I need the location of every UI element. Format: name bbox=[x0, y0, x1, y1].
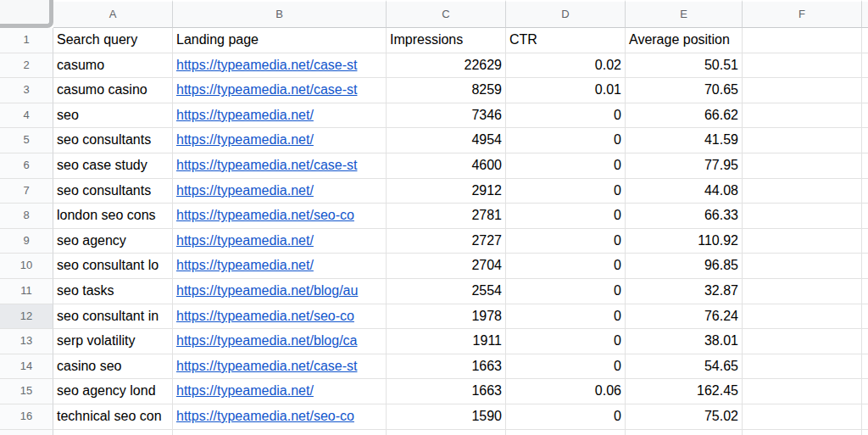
cell-F11[interactable] bbox=[743, 279, 862, 304]
cell-C8-impressions[interactable]: 2781 bbox=[387, 204, 506, 229]
cell-B4-landing-page-link[interactable]: https://typeamedia.net/ bbox=[173, 103, 387, 129]
row-header-3[interactable]: 3 bbox=[0, 78, 53, 103]
cell-D11-ctr[interactable]: 0 bbox=[506, 279, 626, 304]
row-header-11[interactable]: 11 bbox=[0, 279, 53, 304]
cell-E14-average-position[interactable]: 54.65 bbox=[626, 354, 743, 380]
cell-C12-impressions[interactable]: 1978 bbox=[387, 304, 506, 330]
cell-C5-impressions[interactable]: 4954 bbox=[387, 128, 506, 153]
cell-F1[interactable] bbox=[743, 28, 862, 53]
cell-F15[interactable] bbox=[743, 379, 862, 404]
cell-A6-search-query[interactable]: seo case study bbox=[53, 153, 173, 179]
row-header-4[interactable]: 4 bbox=[0, 103, 53, 129]
cell-B13-landing-page-link[interactable]: https://typeamedia.net/blog/ca bbox=[173, 329, 387, 354]
cell-C9-impressions[interactable]: 2727 bbox=[387, 229, 506, 254]
cell-C15-impressions[interactable]: 1663 bbox=[387, 379, 506, 404]
cell-E7-average-position[interactable]: 44.08 bbox=[626, 179, 743, 204]
cell-C7-impressions[interactable]: 2912 bbox=[387, 179, 506, 204]
cell-F5[interactable] bbox=[743, 128, 862, 153]
cell-A8-search-query[interactable]: london seo cons bbox=[53, 204, 173, 229]
cell-F4[interactable] bbox=[743, 103, 862, 129]
column-header-c[interactable]: C bbox=[387, 0, 506, 28]
cell-F13[interactable] bbox=[743, 329, 862, 354]
cell-C14-impressions[interactable]: 1663 bbox=[387, 354, 506, 380]
cell-C13-impressions[interactable]: 1911 bbox=[387, 329, 506, 354]
cell-E4-average-position[interactable]: 66.62 bbox=[626, 103, 743, 129]
cell-D4-ctr[interactable]: 0 bbox=[506, 103, 626, 129]
cell-A5-search-query[interactable]: seo consultants bbox=[53, 128, 173, 153]
cell-B5-landing-page-link[interactable]: https://typeamedia.net/ bbox=[173, 128, 387, 153]
cell-B2-landing-page-link[interactable]: https://typeamedia.net/case-st bbox=[173, 53, 387, 79]
cell-C4-impressions[interactable]: 7346 bbox=[387, 103, 506, 129]
cell-F6[interactable] bbox=[743, 153, 862, 179]
cell-F16[interactable] bbox=[743, 404, 862, 430]
cell-F2[interactable] bbox=[743, 53, 862, 79]
row-header-8[interactable]: 8 bbox=[0, 204, 53, 229]
cell-A13-search-query[interactable]: serp volatility bbox=[53, 329, 173, 354]
column-header-a[interactable]: A bbox=[53, 0, 173, 28]
cell-E13-average-position[interactable]: 38.01 bbox=[626, 329, 743, 354]
cell-E16-average-position[interactable]: 75.02 bbox=[626, 404, 743, 430]
cell-D7-ctr[interactable]: 0 bbox=[506, 179, 626, 204]
cell-B14-landing-page-link[interactable]: https://typeamedia.net/case-st bbox=[173, 354, 387, 380]
cell-E11-average-position[interactable]: 32.87 bbox=[626, 279, 743, 304]
cell-C6-impressions[interactable]: 4600 bbox=[387, 153, 506, 179]
cell-E9-average-position[interactable]: 110.92 bbox=[626, 229, 743, 254]
cell-B8-landing-page-link[interactable]: https://typeamedia.net/seo-co bbox=[173, 204, 387, 229]
row-header-6[interactable]: 6 bbox=[0, 153, 53, 179]
cell-F14[interactable] bbox=[743, 354, 862, 380]
row-header-7[interactable]: 7 bbox=[0, 179, 53, 204]
cell-A1[interactable]: Search query bbox=[53, 28, 173, 53]
cell-D3-ctr[interactable]: 0.01 bbox=[506, 78, 626, 103]
row-header-15[interactable]: 15 bbox=[0, 379, 53, 404]
cell-E15-average-position[interactable]: 162.45 bbox=[626, 379, 743, 404]
row-header-1[interactable]: 1 bbox=[0, 28, 53, 53]
cell-A4-search-query[interactable]: seo bbox=[53, 103, 173, 129]
cell-D12-ctr[interactable]: 0 bbox=[506, 304, 626, 330]
cell-A10-search-query[interactable]: seo consultant lo bbox=[53, 254, 173, 279]
column-header-f[interactable]: F bbox=[743, 0, 862, 28]
column-header-b[interactable]: B bbox=[173, 0, 387, 28]
column-header-e[interactable]: E bbox=[626, 0, 743, 28]
cell-B12-landing-page-link[interactable]: https://typeamedia.net/seo-co bbox=[173, 304, 387, 330]
cell-B3-landing-page-link[interactable]: https://typeamedia.net/case-st bbox=[173, 78, 387, 103]
cell-B9-landing-page-link[interactable]: https://typeamedia.net/ bbox=[173, 229, 387, 254]
cell-D10-ctr[interactable]: 0 bbox=[506, 254, 626, 279]
cell-D15-ctr[interactable]: 0.06 bbox=[506, 379, 626, 404]
cell-A15-search-query[interactable]: seo agency lond bbox=[53, 379, 173, 404]
cell-D14-ctr[interactable]: 0 bbox=[506, 354, 626, 380]
cell-D6-ctr[interactable]: 0 bbox=[506, 153, 626, 179]
row-header-12[interactable]: 12 bbox=[0, 304, 53, 330]
cell-E10-average-position[interactable]: 96.85 bbox=[626, 254, 743, 279]
cell-E2-average-position[interactable]: 50.51 bbox=[626, 53, 743, 79]
cell-C1[interactable]: Impressions bbox=[387, 28, 506, 53]
cell-D2-ctr[interactable]: 0.02 bbox=[506, 53, 626, 79]
cell-B15-landing-page-link[interactable]: https://typeamedia.net/ bbox=[173, 379, 387, 404]
row-header-13[interactable]: 13 bbox=[0, 329, 53, 354]
cell-C2-impressions[interactable]: 22629 bbox=[387, 53, 506, 79]
cell-F10[interactable] bbox=[743, 254, 862, 279]
cell-C10-impressions[interactable]: 2704 bbox=[387, 254, 506, 279]
cell-A11-search-query[interactable]: seo tasks bbox=[53, 279, 173, 304]
cell-F3[interactable] bbox=[743, 78, 862, 103]
cell-A3-search-query[interactable]: casumo casino bbox=[53, 78, 173, 103]
cell-A9-search-query[interactable]: seo agency bbox=[53, 229, 173, 254]
cell-C11-impressions[interactable]: 2554 bbox=[387, 279, 506, 304]
cell-B16-landing-page-link[interactable]: https://typeamedia.net/seo-co bbox=[173, 404, 387, 430]
cell-A7-search-query[interactable]: seo consultants bbox=[53, 179, 173, 204]
cell-F12[interactable] bbox=[743, 304, 862, 330]
row-header-14[interactable]: 14 bbox=[0, 354, 53, 380]
cell-B10-landing-page-link[interactable]: https://typeamedia.net/ bbox=[173, 254, 387, 279]
cell-C3-impressions[interactable]: 8259 bbox=[387, 78, 506, 103]
cell-E6-average-position[interactable]: 77.95 bbox=[626, 153, 743, 179]
row-header-16[interactable]: 16 bbox=[0, 404, 53, 430]
cell-D1[interactable]: CTR bbox=[506, 28, 626, 53]
column-header-d[interactable]: D bbox=[506, 0, 626, 28]
cell-E8-average-position[interactable]: 66.33 bbox=[626, 204, 743, 229]
cell-B7-landing-page-link[interactable]: https://typeamedia.net/ bbox=[173, 179, 387, 204]
cell-D16-ctr[interactable]: 0 bbox=[506, 404, 626, 430]
cell-B6-landing-page-link[interactable]: https://typeamedia.net/case-st bbox=[173, 153, 387, 179]
cell-A12-search-query[interactable]: seo consultant in bbox=[53, 304, 173, 330]
select-all-corner[interactable] bbox=[0, 0, 53, 28]
row-header-9[interactable]: 9 bbox=[0, 229, 53, 254]
cell-D8-ctr[interactable]: 0 bbox=[506, 204, 626, 229]
